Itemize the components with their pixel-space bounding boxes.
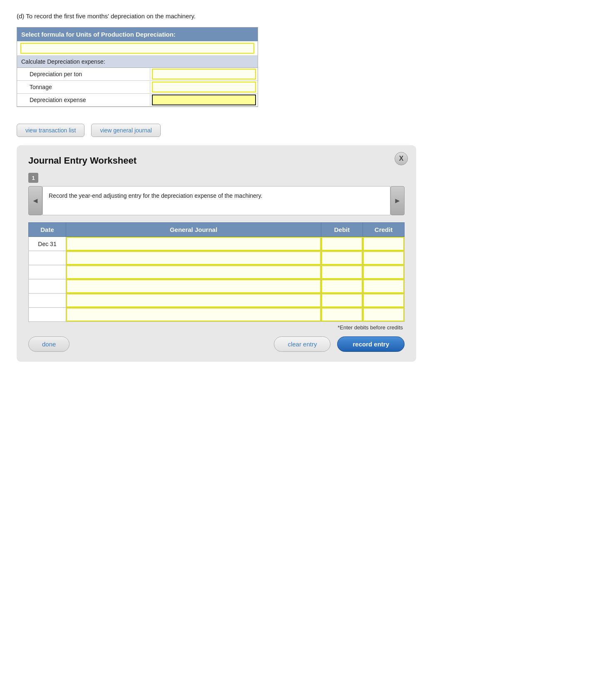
credit-input-3[interactable] bbox=[363, 265, 404, 279]
debit-column-header: Debit bbox=[321, 223, 363, 237]
credit-cell-4[interactable] bbox=[363, 279, 405, 294]
worksheet-title: Journal Entry Worksheet bbox=[28, 155, 405, 166]
clear-entry-button[interactable]: clear entry bbox=[274, 336, 330, 352]
credit-cell-2[interactable] bbox=[363, 251, 405, 265]
debit-cell-3[interactable] bbox=[321, 265, 363, 279]
credit-input-5[interactable] bbox=[363, 294, 404, 307]
journal-cell-4[interactable] bbox=[66, 279, 321, 294]
date-cell-2 bbox=[29, 251, 66, 265]
table-row bbox=[29, 251, 405, 265]
depreciation-per-ton-row: Depreciation per ton bbox=[17, 68, 258, 81]
debit-cell-5[interactable] bbox=[321, 294, 363, 308]
debit-input-6[interactable] bbox=[321, 308, 363, 321]
dep-per-ton-input[interactable] bbox=[152, 69, 256, 80]
debit-cell-1[interactable] bbox=[321, 237, 363, 251]
journal-input-6[interactable] bbox=[66, 308, 321, 321]
prev-entry-button[interactable]: ◄ bbox=[28, 186, 42, 215]
next-entry-button[interactable]: ► bbox=[390, 186, 405, 215]
table-row bbox=[29, 279, 405, 294]
journal-table: Date General Journal Debit Credit Dec 31 bbox=[28, 222, 405, 322]
credit-cell-5[interactable] bbox=[363, 294, 405, 308]
journal-cell-2[interactable] bbox=[66, 251, 321, 265]
calc-section-header: Calculate Depreciation expense: bbox=[17, 56, 258, 68]
intro-text: (d) To record the first five months' dep… bbox=[17, 12, 599, 20]
journal-input-1[interactable] bbox=[66, 237, 321, 251]
depreciation-expense-row: Depreciation expense bbox=[17, 94, 258, 107]
entry-number: 1 bbox=[28, 173, 38, 183]
dep-expense-input[interactable] bbox=[152, 95, 256, 105]
table-header-row: Date General Journal Debit Credit bbox=[29, 223, 405, 237]
hint-text: *Enter debits before credits bbox=[28, 324, 405, 331]
credit-input-4[interactable] bbox=[363, 279, 404, 293]
date-cell-3 bbox=[29, 265, 66, 279]
bottom-buttons: done clear entry record entry bbox=[28, 336, 405, 352]
view-general-journal-button[interactable]: view general journal bbox=[91, 124, 161, 137]
credit-input-1[interactable] bbox=[363, 237, 404, 251]
record-entry-button[interactable]: record entry bbox=[337, 336, 405, 352]
journal-cell-1[interactable] bbox=[66, 237, 321, 251]
depreciation-table: Select formula for Units of Production D… bbox=[17, 27, 258, 107]
table-row bbox=[29, 265, 405, 279]
credit-cell-1[interactable] bbox=[363, 237, 405, 251]
credit-cell-6[interactable] bbox=[363, 308, 405, 322]
journal-input-3[interactable] bbox=[66, 265, 321, 279]
dep-expense-value[interactable] bbox=[150, 94, 258, 106]
journal-worksheet: X Journal Entry Worksheet 1 ◄ Record the… bbox=[17, 145, 416, 362]
tonnage-label: Tonnage bbox=[17, 81, 150, 93]
action-buttons: view transaction list view general journ… bbox=[17, 124, 599, 137]
debit-cell-4[interactable] bbox=[321, 279, 363, 294]
tonnage-input[interactable] bbox=[152, 82, 256, 92]
credit-cell-3[interactable] bbox=[363, 265, 405, 279]
date-column-header: Date bbox=[29, 223, 66, 237]
close-button[interactable]: X bbox=[395, 152, 408, 165]
debit-cell-2[interactable] bbox=[321, 251, 363, 265]
formula-input[interactable] bbox=[20, 43, 254, 54]
tonnage-value[interactable] bbox=[150, 81, 258, 93]
debit-input-2[interactable] bbox=[321, 251, 363, 265]
debit-input-1[interactable] bbox=[321, 237, 363, 251]
dep-expense-label: Depreciation expense bbox=[17, 94, 150, 106]
formula-input-row[interactable] bbox=[17, 41, 258, 56]
date-cell-1: Dec 31 bbox=[29, 237, 66, 251]
date-cell-4 bbox=[29, 279, 66, 294]
view-transaction-list-button[interactable]: view transaction list bbox=[17, 124, 84, 137]
table-row bbox=[29, 308, 405, 322]
debit-input-3[interactable] bbox=[321, 265, 363, 279]
journal-input-2[interactable] bbox=[66, 251, 321, 265]
dep-per-ton-value[interactable] bbox=[150, 68, 258, 80]
debit-input-4[interactable] bbox=[321, 279, 363, 293]
date-cell-6 bbox=[29, 308, 66, 322]
tonnage-row: Tonnage bbox=[17, 81, 258, 94]
credit-input-2[interactable] bbox=[363, 251, 404, 265]
journal-input-4[interactable] bbox=[66, 279, 321, 293]
credit-input-6[interactable] bbox=[363, 308, 404, 321]
journal-cell-5[interactable] bbox=[66, 294, 321, 308]
debit-cell-6[interactable] bbox=[321, 308, 363, 322]
journal-input-5[interactable] bbox=[66, 294, 321, 307]
dep-per-ton-label: Depreciation per ton bbox=[17, 68, 150, 80]
done-button[interactable]: done bbox=[28, 336, 70, 352]
debit-input-5[interactable] bbox=[321, 294, 363, 307]
journal-cell-6[interactable] bbox=[66, 308, 321, 322]
nav-row: ◄ Record the year-end adjusting entry fo… bbox=[28, 186, 405, 215]
entry-description: Record the year-end adjusting entry for … bbox=[42, 186, 390, 215]
depreciation-header: Select formula for Units of Production D… bbox=[17, 27, 258, 41]
journal-cell-3[interactable] bbox=[66, 265, 321, 279]
table-row bbox=[29, 294, 405, 308]
credit-column-header: Credit bbox=[363, 223, 405, 237]
general-journal-column-header: General Journal bbox=[66, 223, 321, 237]
table-row: Dec 31 bbox=[29, 237, 405, 251]
date-cell-5 bbox=[29, 294, 66, 308]
